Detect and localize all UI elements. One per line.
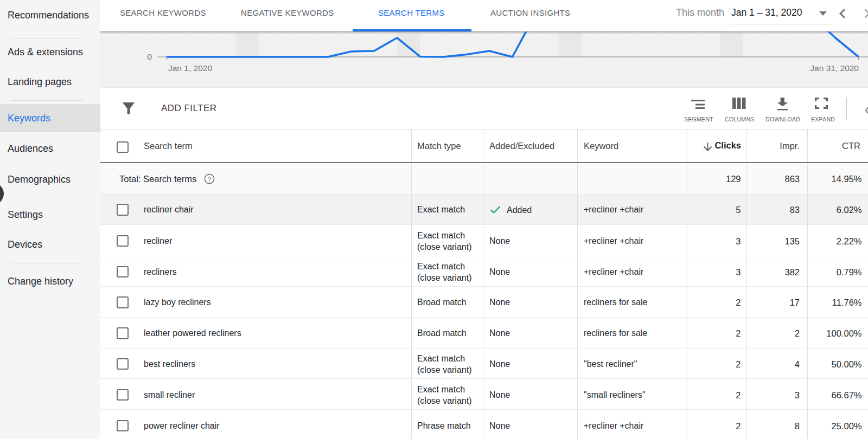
svg-text:?: ? bbox=[208, 175, 212, 183]
